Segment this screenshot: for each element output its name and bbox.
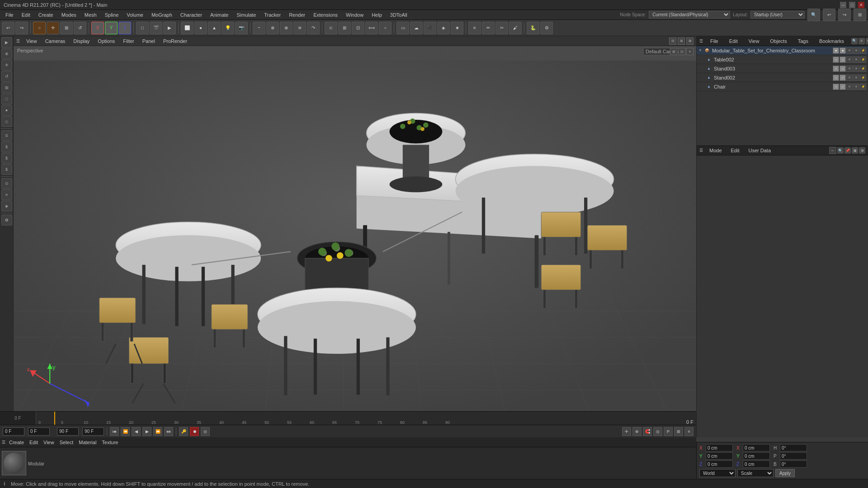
y-axis-btn[interactable]: Y bbox=[105, 22, 118, 34]
light-btn[interactable]: 💡 bbox=[222, 22, 234, 34]
menu-edit[interactable]: Edit bbox=[18, 11, 34, 19]
sidebar-plug[interactable]: ✿ bbox=[1, 215, 12, 225]
obj-visibility-editor[interactable]: ● bbox=[833, 47, 839, 54]
z-rot-input[interactable] bbox=[743, 460, 770, 468]
attr-back-btn[interactable]: ← bbox=[829, 147, 836, 154]
obj-item-root[interactable]: ▼ 📦 Modular_Table_Set_for_Chemistry_Clas… bbox=[697, 46, 868, 55]
sky-btn[interactable]: ☁ bbox=[410, 22, 423, 34]
sidebar-s4[interactable]: $ bbox=[1, 164, 12, 175]
render-btn[interactable]: ▶ bbox=[163, 22, 176, 34]
obj-s3-vis1[interactable]: ● bbox=[833, 66, 839, 72]
cone-btn[interactable]: ▲ bbox=[208, 22, 221, 34]
motion-clip-btn[interactable]: ◎ bbox=[201, 427, 210, 436]
p-input[interactable] bbox=[780, 452, 807, 460]
shader-btn[interactable]: ◈ bbox=[437, 22, 450, 34]
boole-btn[interactable]: ⊂ bbox=[325, 22, 337, 34]
menu-render[interactable]: Render bbox=[285, 11, 309, 19]
ext2-btn[interactable]: ⚙ bbox=[540, 22, 553, 34]
obj-c-l2[interactable]: ✕ bbox=[853, 84, 859, 90]
live-select-btn[interactable]: ○ bbox=[33, 22, 46, 34]
pivot-btn[interactable]: ◎ bbox=[653, 427, 662, 436]
menu-volume[interactable]: Volume bbox=[123, 11, 147, 19]
timeline-toggle-btn[interactable]: ≡ bbox=[684, 427, 693, 436]
rotate-btn[interactable]: ↺ bbox=[74, 22, 86, 34]
mat-menu-edit[interactable]: Edit bbox=[28, 440, 40, 445]
go-to-start-btn[interactable]: ⏮ bbox=[110, 427, 119, 436]
obj-item-stand003[interactable]: ▲ Stand003 ● ● ✕ ✕ ⚡ bbox=[697, 64, 868, 73]
sidebar-rotate[interactable]: ↺ bbox=[1, 71, 12, 82]
sidebar-cube[interactable]: □ bbox=[1, 94, 12, 104]
key-record-btn[interactable]: 🔑 bbox=[179, 427, 188, 436]
sidebar-sphere[interactable]: ● bbox=[1, 105, 12, 116]
hair-btn[interactable]: ≡ bbox=[468, 22, 481, 34]
menu-spline[interactable]: Spline bbox=[101, 11, 123, 19]
snap-btn[interactable]: 🧲 bbox=[643, 427, 652, 436]
attr-pin-icon[interactable]: 📌 bbox=[844, 147, 851, 154]
menu-create[interactable]: Create bbox=[35, 11, 57, 19]
y-rot-input[interactable] bbox=[743, 452, 770, 460]
obj-s2-vis1[interactable]: ● bbox=[833, 75, 839, 81]
mat-menu-texture[interactable]: Texture bbox=[100, 440, 120, 445]
menu-3dtoall[interactable]: 3DToAll bbox=[387, 11, 411, 19]
obj-settings-icon[interactable]: ⚙ bbox=[866, 38, 868, 44]
vp-menu-view[interactable]: View bbox=[24, 38, 39, 44]
sweep-btn[interactable]: ≋ bbox=[293, 22, 306, 34]
obj-s3-vis2[interactable]: ● bbox=[840, 66, 846, 72]
viewport-menu-toggle[interactable]: ☰ bbox=[16, 39, 20, 43]
close-button[interactable]: ✕ bbox=[858, 2, 864, 8]
current-frame-input[interactable] bbox=[28, 427, 50, 436]
sidebar-mat[interactable]: ◈ bbox=[1, 201, 12, 211]
obj-tab-edit[interactable]: Edit bbox=[726, 38, 741, 45]
vp-icon-max[interactable]: ⊠ bbox=[686, 38, 693, 45]
null-btn[interactable]: ○ bbox=[379, 22, 392, 34]
obj-t2-l3[interactable]: ⚡ bbox=[860, 56, 866, 63]
obj-s2-l2[interactable]: ✕ bbox=[853, 75, 859, 81]
menu-window[interactable]: Window bbox=[342, 11, 367, 19]
obj-lock1[interactable]: ✕ bbox=[846, 47, 853, 54]
sidebar-s2[interactable]: $ bbox=[1, 141, 12, 152]
menu-mograph[interactable]: MoGraph bbox=[148, 11, 176, 19]
mat-toggle[interactable]: ☰ bbox=[2, 440, 5, 445]
play-btn[interactable]: ▶ bbox=[142, 427, 151, 436]
mat-menu-view[interactable]: View bbox=[42, 440, 56, 445]
attr-header-toggle[interactable]: ☰ bbox=[699, 148, 703, 153]
axis-btn[interactable]: ⊕ bbox=[632, 427, 642, 436]
move-tool-btn[interactable]: ✛ bbox=[622, 427, 631, 436]
sidebar-select[interactable]: ⊕ bbox=[1, 48, 12, 59]
obj-item-chair[interactable]: ▲ Chair ● ● ✕ ✕ ⚡ bbox=[697, 82, 868, 91]
obj-s3-l2[interactable]: ✕ bbox=[853, 66, 859, 72]
menu-character[interactable]: Character bbox=[177, 11, 206, 19]
bg-btn[interactable]: ⬛ bbox=[424, 22, 436, 34]
z-axis-btn[interactable]: Z bbox=[118, 22, 131, 34]
mat-menu-material[interactable]: Material bbox=[77, 440, 98, 445]
extrude-btn[interactable]: ⊕ bbox=[266, 22, 279, 34]
obj-tab-bookmarks[interactable]: Bookmarks bbox=[816, 38, 848, 45]
menu-help[interactable]: Help bbox=[368, 11, 386, 19]
obj-s3-l3[interactable]: ⚡ bbox=[860, 66, 866, 72]
array-btn[interactable]: ⊞ bbox=[338, 22, 351, 34]
timeline-playhead[interactable] bbox=[54, 412, 55, 425]
b-input[interactable] bbox=[780, 460, 807, 468]
attr-search-icon[interactable]: 🔍 bbox=[837, 147, 844, 154]
obj-search-icon[interactable]: 🔍 bbox=[851, 38, 858, 44]
undo-icon[interactable]: ↩ bbox=[823, 9, 835, 21]
attr-tab-userdata[interactable]: User Data bbox=[746, 147, 774, 154]
vp-icon-split[interactable]: ⊞ bbox=[678, 38, 685, 45]
h-input[interactable] bbox=[780, 444, 807, 451]
obj-c-l3[interactable]: ⚡ bbox=[860, 84, 866, 90]
sidebar-arrow[interactable]: ▶ bbox=[1, 37, 12, 48]
layout-select[interactable]: Startup (User) bbox=[750, 11, 805, 19]
obj-s2-l3[interactable]: ⚡ bbox=[860, 75, 866, 81]
viewport-settings-icon[interactable]: ≡ bbox=[686, 48, 693, 55]
object-mode-btn[interactable]: □ bbox=[136, 22, 149, 34]
step-forward-btn[interactable]: ⏩ bbox=[153, 427, 162, 436]
sidebar-s1[interactable]: S bbox=[1, 130, 12, 141]
timeline-ruler[interactable]: 0 5 10 15 20 25 30 35 40 45 50 55 60 65 … bbox=[36, 412, 696, 425]
attr-tab-mode[interactable]: Mode bbox=[707, 147, 725, 154]
vp-icon-pip[interactable]: ⊟ bbox=[669, 38, 676, 45]
render-live-btn[interactable]: P bbox=[664, 427, 673, 436]
step-back-btn[interactable]: ⏪ bbox=[121, 427, 130, 436]
record-btn[interactable]: ⏺ bbox=[190, 427, 199, 436]
obj-c-vis1[interactable]: ● bbox=[833, 84, 839, 90]
floor-btn[interactable]: ▭ bbox=[396, 22, 409, 34]
